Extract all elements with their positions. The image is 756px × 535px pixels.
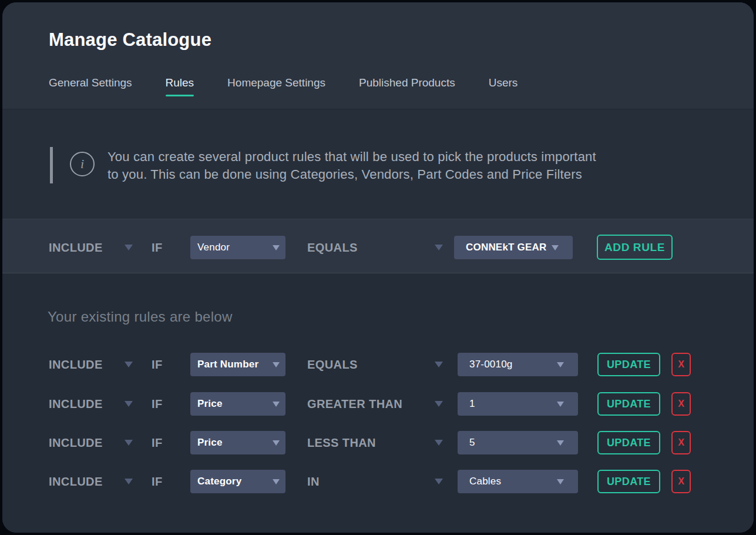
value-dropdown-value: 5	[469, 437, 475, 449]
value-dropdown-value: CONNEkT GEAR	[466, 242, 546, 253]
field-dropdown-value: Price	[197, 437, 223, 449]
chevron-down-icon[interactable]	[435, 245, 443, 250]
chevron-down-icon[interactable]	[125, 401, 133, 407]
condition-dropdown-label[interactable]: LESS THAN	[307, 431, 376, 454]
value-dropdown[interactable]: 1	[458, 392, 578, 416]
if-label: IF	[152, 236, 163, 259]
chevron-down-icon	[557, 440, 564, 446]
tab-users[interactable]: Users	[489, 75, 518, 91]
field-dropdown[interactable]: Price	[190, 431, 285, 454]
tab-general-settings[interactable]: General Settings	[49, 75, 132, 91]
field-dropdown[interactable]: Part Number	[190, 353, 285, 376]
value-dropdown[interactable]: 5	[458, 431, 578, 454]
info-icon: i	[70, 152, 95, 176]
tab-published-products[interactable]: Published Products	[359, 75, 455, 91]
include-dropdown-label[interactable]: INCLUDE	[49, 470, 103, 493]
chevron-down-icon[interactable]	[435, 440, 443, 446]
add-rule-button[interactable]: ADD RULE	[597, 235, 673, 260]
update-rule-button[interactable]: UPDATE	[597, 431, 660, 454]
chevron-down-icon	[557, 362, 564, 367]
chevron-down-icon[interactable]	[435, 401, 443, 407]
chevron-down-icon[interactable]	[435, 479, 443, 484]
chevron-down-icon[interactable]	[125, 440, 133, 446]
include-dropdown-label[interactable]: INCLUDE	[49, 392, 103, 416]
tab-bar: General Settings Rules Homepage Settings…	[49, 75, 518, 91]
tab-rules[interactable]: Rules	[166, 75, 194, 91]
delete-rule-button[interactable]: X	[671, 470, 691, 493]
info-text-line1: You can create several product rules tha…	[107, 149, 596, 164]
rule-builder-row: INCLUDE IF Vendor EQUALS CONNEkT GEAR AD…	[2, 236, 754, 259]
rule-row: INCLUDE IF Price GREATER THAN 1 UPDATE X	[2, 392, 754, 416]
delete-rule-button[interactable]: X	[671, 392, 691, 416]
value-dropdown-value: 1	[469, 398, 475, 410]
if-label: IF	[152, 470, 163, 493]
chevron-down-icon[interactable]	[125, 245, 133, 250]
update-rule-button[interactable]: UPDATE	[597, 470, 660, 493]
info-text: You can create several product rules tha…	[107, 148, 596, 183]
manage-catalogue-panel: Manage Catalogue General Settings Rules …	[2, 2, 754, 533]
condition-dropdown-label[interactable]: IN	[307, 470, 320, 493]
condition-dropdown-label[interactable]: EQUALS	[307, 353, 358, 376]
rule-row: INCLUDE IF Category IN Cables UPDATE X	[2, 470, 754, 493]
chevron-down-icon	[273, 245, 280, 250]
include-dropdown-label[interactable]: INCLUDE	[49, 431, 103, 454]
existing-rules-heading: Your existing rules are below	[48, 309, 233, 325]
chevron-down-icon[interactable]	[125, 362, 133, 367]
update-rule-button[interactable]: UPDATE	[597, 392, 660, 416]
chevron-down-icon	[273, 402, 280, 407]
condition-dropdown-label[interactable]: EQUALS	[307, 236, 358, 259]
tab-homepage-settings[interactable]: Homepage Settings	[227, 75, 325, 91]
chevron-down-icon[interactable]	[435, 362, 443, 367]
value-dropdown-value: 37-0010g	[469, 359, 512, 370]
field-dropdown-value: Vendor	[197, 242, 230, 253]
header-band: Manage Catalogue General Settings Rules …	[2, 2, 754, 109]
include-dropdown-label[interactable]: INCLUDE	[49, 236, 103, 259]
info-text-line2: to you. This can be done using Categorie…	[107, 167, 582, 182]
info-icon-glyph: i	[80, 158, 84, 170]
chevron-down-icon	[273, 362, 280, 367]
value-dropdown-value: Cables	[469, 476, 501, 487]
field-dropdown[interactable]: Vendor	[190, 236, 285, 259]
condition-dropdown-label[interactable]: GREATER THAN	[307, 392, 402, 416]
field-dropdown-value: Category	[197, 476, 241, 487]
field-dropdown-value: Part Number	[197, 359, 258, 370]
page-title: Manage Catalogue	[49, 29, 211, 51]
existing-rules-band: Your existing rules are below INCLUDE IF…	[2, 273, 754, 533]
rule-row: INCLUDE IF Part Number EQUALS 37-0010g U…	[2, 353, 754, 376]
field-dropdown[interactable]: Price	[190, 392, 285, 416]
chevron-down-icon	[273, 440, 280, 446]
update-rule-button[interactable]: UPDATE	[597, 353, 660, 376]
chevron-down-icon[interactable]	[125, 479, 133, 484]
include-dropdown-label[interactable]: INCLUDE	[49, 353, 103, 376]
info-accent-bar	[50, 147, 53, 183]
info-band: i You can create several product rules t…	[2, 109, 754, 219]
if-label: IF	[152, 431, 163, 454]
if-label: IF	[152, 392, 163, 416]
chevron-down-icon	[557, 402, 564, 407]
value-dropdown[interactable]: CONNEkT GEAR	[454, 236, 573, 259]
chevron-down-icon	[552, 245, 559, 250]
field-dropdown-value: Price	[197, 398, 223, 410]
delete-rule-button[interactable]: X	[671, 353, 691, 376]
rule-row: INCLUDE IF Price LESS THAN 5 UPDATE X	[2, 431, 754, 454]
chevron-down-icon	[273, 479, 280, 484]
rule-builder-band: INCLUDE IF Vendor EQUALS CONNEkT GEAR AD…	[2, 219, 754, 273]
if-label: IF	[152, 353, 163, 376]
value-dropdown[interactable]: Cables	[458, 470, 578, 493]
field-dropdown[interactable]: Category	[190, 470, 285, 493]
value-dropdown[interactable]: 37-0010g	[458, 353, 578, 376]
chevron-down-icon	[557, 479, 564, 484]
delete-rule-button[interactable]: X	[671, 431, 691, 454]
